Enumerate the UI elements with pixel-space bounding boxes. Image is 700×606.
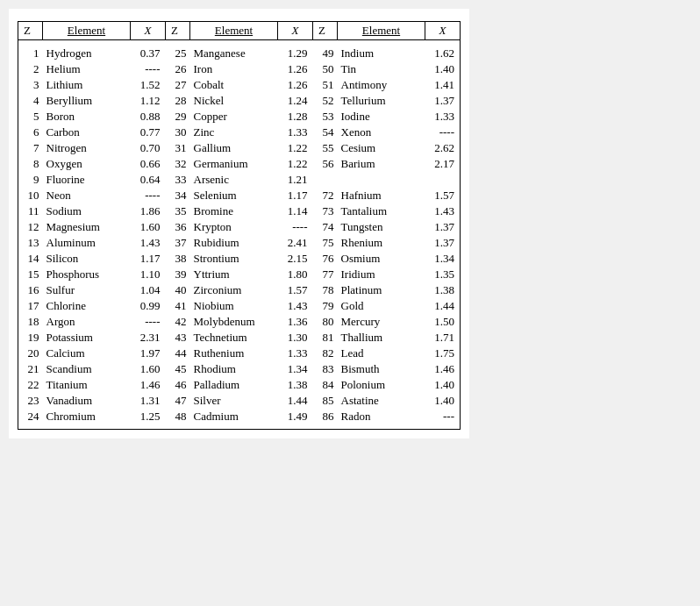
cell-elem-9-0: Neon [43, 188, 131, 203]
cell-elem-20-0: Scandium [43, 361, 131, 377]
cell-elem-0-0: Hydrogen [43, 46, 131, 61]
cell-z-12-2: 75 [313, 235, 338, 251]
cell-x-8-0: 0.64 [131, 172, 166, 188]
cell-z-11-1: 36 [166, 219, 190, 235]
cell-x-16-1: 1.43 [278, 298, 313, 314]
cell-elem-13-2: Osmium [338, 251, 425, 267]
cell-z-7-2: 56 [313, 156, 338, 172]
cell-z-15-2: 78 [313, 282, 338, 298]
cell-x-4-1: 1.28 [278, 109, 313, 125]
main-container: Z Element X Z Element X Z Element X 1Hyd… [9, 9, 469, 438]
cell-z-17-2: 80 [313, 314, 338, 330]
cell-x-13-1: 2.15 [278, 251, 313, 267]
atomic-radii-table: Z Element X Z Element X Z Element X 1Hyd… [18, 21, 461, 430]
cell-x-21-2: 1.40 [425, 377, 461, 393]
cell-z-20-2: 83 [313, 361, 338, 377]
table-row: 23Vanadium1.3147Silver1.4485Astatine1.40 [18, 393, 461, 409]
cell-z-20-1: 45 [166, 361, 190, 377]
table-row: 21Scandium1.6045Rhodium1.3483Bismuth1.46 [18, 361, 461, 377]
cell-elem-19-2: Lead [338, 346, 425, 361]
cell-x-5-2: ---- [425, 125, 461, 140]
cell-z-8-0: 9 [18, 172, 43, 188]
col-elem-2: Element [190, 22, 278, 40]
cell-x-15-1: 1.57 [278, 282, 313, 298]
cell-elem-23-0: Chromium [43, 409, 131, 424]
cell-x-7-0: 0.66 [131, 156, 166, 172]
cell-z-10-0: 11 [18, 203, 43, 219]
cell-x-17-0: ---- [131, 314, 166, 330]
col-elem-1: Element [43, 22, 131, 40]
cell-elem-14-1: Yttrium [190, 267, 278, 282]
cell-x-20-2: 1.46 [425, 361, 461, 377]
table-row: 2Helium----26Iron1.2650Tin1.40 [18, 61, 461, 77]
cell-x-6-2: 2.62 [425, 140, 461, 156]
cell-x-6-0: 0.70 [131, 140, 166, 156]
cell-elem-11-1: Krypton [190, 219, 278, 235]
cell-x-15-0: 1.04 [131, 282, 166, 298]
cell-z-15-0: 16 [18, 282, 43, 298]
table-row: 11Sodium1.8635Bromine1.1473Tantalium1.43 [18, 203, 461, 219]
cell-elem-2-0: Lithium [43, 77, 131, 93]
cell-elem-1-2: Tin [338, 61, 425, 77]
cell-elem-9-2: Hafnium [338, 188, 425, 203]
cell-elem-11-0: Magnesium [43, 219, 131, 235]
cell-x-8-2 [425, 172, 461, 188]
cell-z-20-0: 21 [18, 361, 43, 377]
cell-z-23-1: 48 [166, 409, 190, 424]
cell-x-19-1: 1.33 [278, 346, 313, 361]
cell-z-18-0: 19 [18, 330, 43, 346]
cell-x-13-2: 1.34 [425, 251, 461, 267]
cell-elem-8-1: Arsenic [190, 172, 278, 188]
cell-elem-23-1: Cadmium [190, 409, 278, 424]
cell-elem-18-1: Technetium [190, 330, 278, 346]
cell-z-9-0: 10 [18, 188, 43, 203]
cell-elem-4-1: Copper [190, 109, 278, 125]
cell-z-6-1: 31 [166, 140, 190, 156]
cell-z-1-1: 26 [166, 61, 190, 77]
cell-elem-12-0: Aluminum [43, 235, 131, 251]
cell-x-7-2: 2.17 [425, 156, 461, 172]
cell-elem-21-1: Palladium [190, 377, 278, 393]
cell-x-17-1: 1.36 [278, 314, 313, 330]
table-row: 14Silicon1.1738Strontium2.1576Osmium1.34 [18, 251, 461, 267]
cell-x-16-2: 1.44 [425, 298, 461, 314]
cell-elem-20-1: Rhodium [190, 361, 278, 377]
cell-x-10-0: 1.86 [131, 203, 166, 219]
cell-z-0-2: 49 [313, 46, 338, 61]
cell-elem-20-2: Bismuth [338, 361, 425, 377]
col-z-3: Z [313, 22, 338, 40]
cell-x-2-0: 1.52 [131, 77, 166, 93]
cell-z-8-1: 33 [166, 172, 190, 188]
table-row: 8Oxygen0.6632Germanium1.2256Barium2.17 [18, 156, 461, 172]
cell-elem-19-1: Ruthenium [190, 346, 278, 361]
cell-elem-21-2: Polonium [338, 377, 425, 393]
cell-elem-15-2: Platinum [338, 282, 425, 298]
table-row: 13Aluminum1.4337Rubidium2.4175Rhenium1.3… [18, 235, 461, 251]
cell-elem-7-1: Germanium [190, 156, 278, 172]
table-row: 3Lithium1.5227Cobalt1.2651Antimony1.41 [18, 77, 461, 93]
cell-elem-4-2: Iodine [338, 109, 425, 125]
cell-z-0-0: 1 [18, 46, 43, 61]
cell-elem-8-0: Fluorine [43, 172, 131, 188]
cell-x-20-1: 1.34 [278, 361, 313, 377]
cell-elem-3-1: Nickel [190, 93, 278, 109]
cell-elem-2-2: Antimony [338, 77, 425, 93]
cell-elem-6-0: Nitrogen [43, 140, 131, 156]
cell-z-3-1: 28 [166, 93, 190, 109]
col-z-1: Z [18, 22, 43, 40]
cell-x-12-1: 2.41 [278, 235, 313, 251]
cell-z-18-2: 81 [313, 330, 338, 346]
cell-x-9-0: ---- [131, 188, 166, 203]
cell-z-14-1: 39 [166, 267, 190, 282]
table-row: 10Neon----34Selenium1.1772Hafnium1.57 [18, 188, 461, 203]
cell-x-3-2: 1.37 [425, 93, 461, 109]
cell-elem-16-2: Gold [338, 298, 425, 314]
cell-z-2-1: 27 [166, 77, 190, 93]
cell-x-22-0: 1.31 [131, 393, 166, 409]
cell-x-23-0: 1.25 [131, 409, 166, 424]
cell-z-1-2: 50 [313, 61, 338, 77]
table-row: 12Magnesium1.6036Krypton----74Tungsten1.… [18, 219, 461, 235]
cell-x-9-1: 1.17 [278, 188, 313, 203]
cell-elem-0-2: Indium [338, 46, 425, 61]
col-z-2: Z [166, 22, 190, 40]
